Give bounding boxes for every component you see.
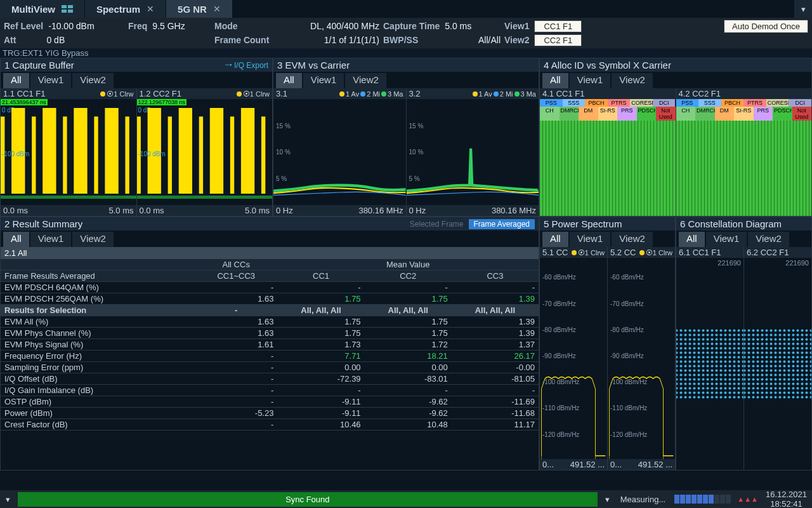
svg-rect-1 xyxy=(68,5,73,8)
sub-tab-view1[interactable]: View1 xyxy=(303,73,344,88)
marker-1: 21.453896437 ns xyxy=(1,99,48,105)
capture-title: 1 Capture Buffer xyxy=(4,60,74,70)
footer: ▾ Sync Found ▾ Measuring... ▲▲▲ 16.12.20… xyxy=(0,490,812,508)
att-label: Att xyxy=(4,35,16,45)
const-title: 6 Constellation Diagram xyxy=(680,218,782,229)
tab-5gnr[interactable]: 5G NR ✕ xyxy=(166,0,233,18)
date: 16.12.2021 xyxy=(766,490,807,499)
auto-demod-button[interactable]: Auto Demod Once xyxy=(724,20,808,33)
sub-tab-view1[interactable]: View1 xyxy=(30,232,72,247)
capture-time-value: 5.0 ms xyxy=(445,21,471,31)
panel-power-spectrum: 5 Power Spectrum All View1 View2 5.1 CC⦿… xyxy=(539,217,676,471)
evm-chart-1[interactable]: 15 % 10 % 5 % xyxy=(273,99,406,205)
freq-value: 9.5 GHz xyxy=(152,21,185,31)
nr5g-label: 5G NR xyxy=(178,4,207,15)
sub-tab-all[interactable]: All xyxy=(3,73,29,88)
result-table: All CCsMean Value Frame Results Averaged… xyxy=(1,259,539,431)
close-icon[interactable]: ✕ xyxy=(147,4,154,14)
const-chart-2[interactable]: 221690 xyxy=(744,258,811,470)
sub-tab-all[interactable]: All xyxy=(542,232,568,247)
alloc-chart-2[interactable]: PSSSSSPBCHPTRSCORESETDCI CHDMRCHDMSI-RSP… xyxy=(676,99,812,216)
evm-title: 3 EVM vs Carrier xyxy=(277,60,350,70)
ref-level-value: -10.00 dBm xyxy=(48,21,94,31)
trg-status: TRG:EXT1 YIG Bypass xyxy=(0,48,812,58)
power-title: 5 Power Spectrum xyxy=(544,218,622,229)
tab-spacer xyxy=(233,0,794,18)
sub-tab-view1[interactable]: View1 xyxy=(30,73,72,88)
bwpss-value: All/All xyxy=(478,35,501,45)
power-chart-1[interactable]: -60 dBm/Hz-70 dBm/Hz-80 dBm/Hz-90 dBm/Hz… xyxy=(540,258,607,459)
sub-tab-view1[interactable]: View1 xyxy=(570,232,611,247)
freq-label: Freq xyxy=(128,21,147,31)
panel-evm-carrier: 3 EVM vs Carrier All View1 View2 3.11 Av… xyxy=(273,58,539,217)
footer-left-menu[interactable]: ▾ xyxy=(0,495,15,504)
time: 18:52:41 xyxy=(766,499,807,508)
sub-tab-view2[interactable]: View2 xyxy=(612,232,653,247)
view2-box[interactable]: CC2 F1 xyxy=(534,34,582,46)
bwpss-label: BWP/SS xyxy=(383,35,418,45)
sub-tab-all[interactable]: All xyxy=(276,73,302,88)
svg-rect-2 xyxy=(62,10,67,13)
warning-icon: ▲▲▲ xyxy=(735,495,761,503)
panel-constellation: 6 Constellation Diagram All View1 View2 … xyxy=(676,217,812,471)
capture-chart-1[interactable]: 21.453896437 ns 0 dBm -100 dBm xyxy=(1,99,136,205)
multiview-icon xyxy=(62,4,73,15)
alloc-chart-1[interactable]: PSSSSSPBCHPTRSCORESETDCI CHDMRCHDMSI-RSP… xyxy=(540,99,676,216)
tab-spectrum[interactable]: Spectrum ✕ xyxy=(85,0,166,18)
measuring-label: Measuring... xyxy=(615,495,671,504)
sub-tab-view2[interactable]: View2 xyxy=(72,73,114,88)
sub-tab-view1[interactable]: View1 xyxy=(570,73,611,88)
iq-export-button[interactable]: ⭢ I/Q Export xyxy=(225,61,268,70)
spectrum-label: Spectrum xyxy=(96,4,140,15)
att-value: 0 dB xyxy=(46,35,65,45)
sub-tab-all[interactable]: All xyxy=(679,232,705,247)
view2-label: View2 xyxy=(504,35,529,45)
capture-time-label: Capture Time xyxy=(383,21,440,31)
svg-rect-3 xyxy=(68,10,73,13)
sub-tab-all[interactable]: All xyxy=(3,232,29,247)
evm-chart-2[interactable]: 15 % 10 % 5 % xyxy=(407,99,539,205)
sub-tab-view1[interactable]: View1 xyxy=(706,232,747,247)
const-chart-1[interactable]: 221690 xyxy=(676,258,743,470)
view1-box[interactable]: CC1 F1 xyxy=(534,20,582,32)
selected-frame-button[interactable]: Selected Frame xyxy=(405,219,469,229)
panel-result-summary: 2 Result Summary Selected Frame Frame Av… xyxy=(0,217,539,471)
cap1-title: 1.1 CC1 F1 xyxy=(3,89,45,98)
multiview-label: MultiView xyxy=(11,4,55,15)
power-chart-2[interactable]: -60 dBm/Hz-70 dBm/Hz-80 dBm/Hz-90 dBm/Hz… xyxy=(608,258,675,459)
panel-alloc-id: 4 Alloc ID vs Symbol X Carrier All View1… xyxy=(539,58,812,217)
alloc-title: 4 Alloc ID vs Symbol X Carrier xyxy=(544,60,671,70)
sync-status: Sync Found xyxy=(18,492,598,507)
sub-tab-all[interactable]: All xyxy=(542,73,568,88)
svg-rect-0 xyxy=(62,5,67,8)
cap2-title: 1.2 CC2 F1 xyxy=(140,89,181,98)
marker-2: 122.129677038 ns xyxy=(137,99,187,105)
tab-menu-button[interactable]: ▾ xyxy=(794,0,812,18)
frame-count-value: 1/1 of 1/1(1/1) xyxy=(324,35,379,45)
mode-label: Mode xyxy=(214,21,238,31)
ref-level-label: Ref Level xyxy=(4,21,43,31)
result-title: 2 Result Summary xyxy=(4,218,82,229)
panel-capture-buffer: 1 Capture Buffer ⭢ I/Q Export All View1 … xyxy=(0,58,273,217)
sub-tab-view2[interactable]: View2 xyxy=(345,73,386,88)
view1-label: View1 xyxy=(504,21,529,31)
sub-tab-view2[interactable]: View2 xyxy=(748,232,789,247)
footer-sync-menu[interactable]: ▾ xyxy=(600,495,615,504)
tab-multiview[interactable]: MultiView xyxy=(0,0,85,18)
frame-averaged-button[interactable]: Frame Averaged xyxy=(469,219,535,229)
frame-count-label: Frame Count xyxy=(214,35,269,45)
progress-bar xyxy=(674,495,731,504)
settings-bar: Ref Level-10.00 dBm Freq9.5 GHz ModeDL, … xyxy=(0,18,812,48)
mode-value: DL, 400/400 MHz xyxy=(310,21,379,31)
capture-chart-2[interactable]: 122.129677038 ns 0 dBm -100 dBm xyxy=(137,99,273,205)
close-icon[interactable]: ✕ xyxy=(213,4,221,14)
result-all-tab: 2.1 All xyxy=(1,247,539,259)
sub-tab-view2[interactable]: View2 xyxy=(612,73,653,88)
sub-tab-view2[interactable]: View2 xyxy=(72,232,114,247)
